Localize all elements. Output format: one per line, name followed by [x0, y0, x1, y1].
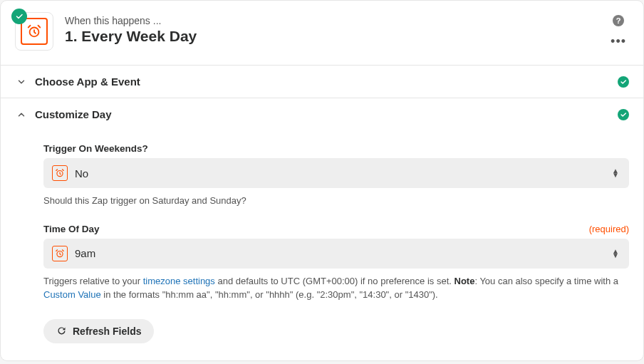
- schedule-app-icon: [52, 246, 68, 261]
- required-label: (required): [589, 224, 629, 234]
- help-icon[interactable]: ?: [613, 15, 624, 26]
- refresh-fields-button[interactable]: Refresh Fields: [43, 319, 154, 343]
- step-header-text: When this happens ... 1. Every Week Day: [65, 12, 197, 45]
- section-complete-icon: [618, 76, 629, 88]
- sort-icon: ▲▼: [612, 249, 619, 258]
- field-help-text: Triggers relative to your timezone setti…: [43, 274, 629, 302]
- select-value: 9am: [75, 247, 95, 259]
- section-complete-icon: [618, 109, 629, 120]
- section-title: Customize Day: [35, 108, 618, 120]
- field-help-text: Should this Zap trigger on Saturday and …: [43, 194, 629, 208]
- timezone-settings-link[interactable]: timezone settings: [143, 276, 215, 286]
- select-value: No: [75, 167, 88, 180]
- time-of-day-select[interactable]: 9am ▲▼: [43, 239, 629, 269]
- refresh-icon: [56, 326, 67, 336]
- refresh-button-label: Refresh Fields: [73, 326, 141, 337]
- customize-day-body: Trigger On Weekends? No ▲▼ Should this Z…: [1, 130, 643, 360]
- schedule-app-icon: [52, 165, 68, 181]
- trigger-step-card: When this happens ... 1. Every Week Day …: [0, 0, 644, 361]
- field-trigger-on-weekends: Trigger On Weekends? No ▲▼ Should this Z…: [43, 143, 629, 208]
- weekends-select[interactable]: No ▲▼: [43, 158, 629, 188]
- field-time-of-day: Time Of Day (required) 9am ▲▼ Triggers r…: [43, 224, 629, 302]
- field-label: Trigger On Weekends?: [43, 143, 148, 154]
- step-header: When this happens ... 1. Every Week Day …: [1, 1, 643, 65]
- field-label: Time Of Day: [43, 224, 100, 234]
- chevron-down-icon: [15, 77, 28, 87]
- section-customize-day[interactable]: Customize Day: [1, 98, 643, 130]
- more-menu-icon[interactable]: •••: [611, 39, 626, 43]
- step-subtitle: When this happens ...: [65, 15, 197, 26]
- app-badge: [15, 12, 53, 51]
- section-title: Choose App & Event: [35, 76, 618, 88]
- status-check-icon: [11, 9, 27, 24]
- chevron-up-icon: [15, 110, 28, 120]
- sort-icon: ▲▼: [612, 169, 619, 177]
- section-choose-app-event[interactable]: Choose App & Event: [1, 65, 643, 98]
- step-title: 1. Every Week Day: [65, 28, 197, 45]
- custom-value-link[interactable]: Custom Value: [43, 289, 101, 300]
